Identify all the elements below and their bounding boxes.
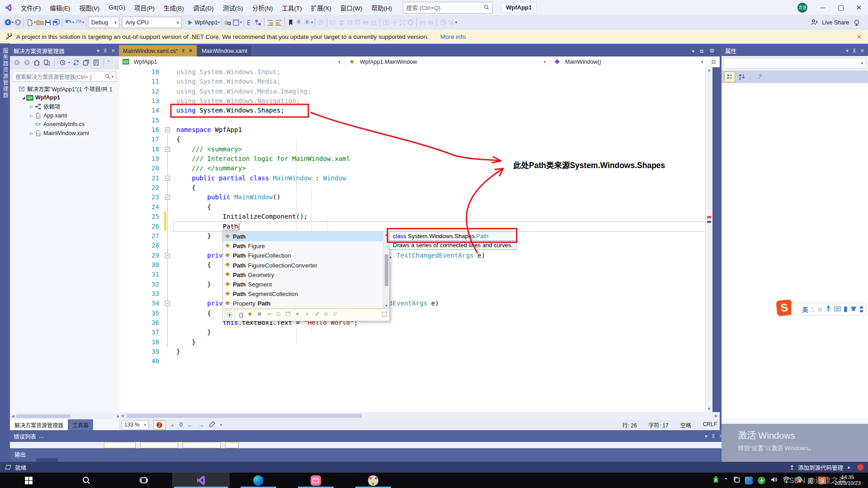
solution-configurations-select[interactable]: Debug▾: [88, 17, 119, 28]
code-line-32[interactable]: 32 }: [119, 280, 712, 289]
ime-mic-icon[interactable]: [826, 305, 831, 313]
code-line-33[interactable]: 33: [119, 289, 712, 299]
navigate-forward-icon[interactable]: [14, 19, 22, 27]
error-list-filter-button[interactable]: [140, 442, 178, 448]
code-line-16[interactable]: 16−namespace WpfApp1: [119, 125, 712, 135]
live-visual-tree-icon[interactable]: [232, 19, 240, 27]
push-up-icon[interactable]: ↥: [790, 464, 794, 471]
start-debug-dropdown[interactable]: ▾: [218, 20, 220, 24]
completion-item[interactable]: PathSegmentCollection: [223, 289, 383, 299]
taskbar-paint-button[interactable]: [344, 473, 402, 488]
code-line-39[interactable]: 39}: [119, 347, 712, 357]
fold-collapse-icon[interactable]: −: [165, 253, 170, 258]
solution-explorer-hscrollbar[interactable]: ◀▶: [10, 413, 122, 419]
close-icon[interactable]: ✕: [111, 48, 115, 54]
completion-item[interactable]: PathFigureCollection: [223, 251, 383, 260]
close-button[interactable]: ✕: [850, 0, 868, 15]
tree-item--[interactable]: ▷依赖项: [10, 102, 119, 111]
filter-events-icon[interactable]: [304, 311, 310, 318]
taskbar-search-button[interactable]: [57, 473, 115, 488]
filter-expander-icon[interactable]: [382, 311, 387, 319]
error-list-filter-button[interactable]: [183, 442, 221, 448]
completion-item[interactable]: PathFigure: [223, 241, 383, 251]
intellisense-popup[interactable]: PathPathFigurePathFigureCollectionPathFi…: [222, 231, 390, 321]
code-line-14[interactable]: 14using System.Windows.Shapes;: [119, 106, 712, 115]
redo-icon[interactable]: [74, 19, 82, 27]
ime-calendar-icon[interactable]: [844, 306, 847, 312]
solution-platforms-select[interactable]: Any CPU▾: [122, 17, 182, 28]
filter-constants-icon[interactable]: [323, 311, 329, 318]
code-line-38[interactable]: 38 }: [119, 338, 712, 347]
pin-icon[interactable]: ⊼: [853, 48, 856, 54]
code-editor[interactable]: 10using System.Windows.Input;11using Sys…: [119, 67, 712, 412]
close-icon[interactable]: ✕: [189, 48, 193, 54]
ime-mode-label[interactable]: 英: [802, 305, 808, 314]
error-list-filter-button[interactable]: [104, 442, 136, 448]
filter-extension-icon[interactable]: [314, 311, 319, 318]
usb-tray-icon[interactable]: [713, 476, 719, 485]
properties-header[interactable]: 属性 ▾ ⊼ ✕: [722, 45, 868, 56]
outdent-icon[interactable]: [274, 19, 283, 27]
menu-item-12[interactable]: 窗口(W): [336, 0, 367, 15]
status-spaces[interactable]: 空格: [680, 421, 691, 429]
attach-process-icon[interactable]: [224, 19, 232, 27]
project-dropdown[interactable]: C# WpfApp1▾: [119, 56, 344, 67]
tab-mainwindow-xaml-cs[interactable]: MainWindow.xaml.cs* ⊼ ✕: [119, 45, 197, 56]
scroll-down-icon[interactable]: ▼: [707, 407, 711, 411]
prev-bookmark-icon[interactable]: [295, 19, 303, 27]
chevron-down-icon[interactable]: ▾: [97, 48, 99, 54]
account-avatar[interactable]: 次语: [797, 3, 807, 13]
code-line-11[interactable]: 11using System.Windows.Media;: [119, 77, 712, 86]
completion-item[interactable]: PathFigureCollectionConverter: [223, 261, 383, 270]
live-share-icon[interactable]: [810, 19, 818, 27]
se-back-icon[interactable]: [13, 58, 21, 66]
menu-item-1[interactable]: 文件(F): [16, 0, 45, 15]
filter-delegates-icon[interactable]: [266, 311, 272, 318]
hierarchy-icon[interactable]: [246, 19, 254, 27]
ime-skin-icon[interactable]: [850, 305, 857, 313]
tree-item--wpfapp1-1-1[interactable]: 解决方案"WpfApp1"(1 个项目/共 1: [10, 84, 119, 94]
minimize-button[interactable]: ─: [814, 0, 832, 15]
menu-item-2[interactable]: 编辑(E): [45, 0, 75, 15]
navigate-back-icon[interactable]: [4, 19, 12, 27]
code-line-15[interactable]: 15: [119, 116, 712, 125]
code-line-34[interactable]: 34− private void button1_Click(object se…: [119, 299, 712, 308]
code-line-36[interactable]: 36 this.textBox1.Text = "Hello World";: [119, 318, 712, 328]
tree-item-assemblyinfo-cs[interactable]: C#AssemblyInfo.cs: [10, 120, 119, 129]
pin-icon[interactable]: ⊼: [712, 433, 715, 439]
indent-icon[interactable]: [266, 19, 274, 27]
fold-collapse-icon[interactable]: −: [165, 127, 170, 132]
collapse-all-icon[interactable]: [82, 58, 90, 66]
close-icon[interactable]: ✕: [860, 48, 864, 54]
add-to-source-control-button[interactable]: 添加到源代码管理: [798, 463, 843, 472]
chevron-down-icon[interactable]: ▾: [846, 48, 849, 54]
tree-expander[interactable]: ▷: [29, 104, 34, 109]
intellisense-scrollbar[interactable]: ▲▼: [383, 232, 389, 309]
start-button[interactable]: [0, 473, 57, 488]
undo-icon[interactable]: [64, 19, 72, 27]
completion-item[interactable]: Path: [223, 232, 383, 241]
options-gear-icon[interactable]: [709, 47, 715, 55]
filter-namespaces-icon[interactable]: [285, 311, 291, 318]
open-folder-icon[interactable]: [36, 19, 44, 27]
pending-changes-filter-icon[interactable]: [58, 58, 66, 66]
quick-search-input[interactable]: 搜索 (Ctrl+Q): [403, 2, 493, 14]
next-bookmark-icon[interactable]: [303, 19, 311, 27]
properties-object-select[interactable]: ▾: [723, 58, 866, 69]
error-list-filter-button[interactable]: [225, 442, 239, 448]
scroll-up-icon[interactable]: ▲: [707, 68, 711, 72]
sogou-logo-icon[interactable]: S: [776, 299, 793, 316]
code-line-13[interactable]: 13using System.Windows.Navigation;: [119, 96, 712, 106]
split-editor-icon[interactable]: ⊟: [712, 58, 716, 65]
new-project-icon[interactable]: [26, 19, 34, 27]
chevron-up-icon[interactable]: ▲: [847, 465, 851, 469]
scroll-up-icon[interactable]: ▲: [385, 233, 388, 237]
pin-icon[interactable]: ⊼: [182, 48, 185, 53]
home-icon[interactable]: [33, 58, 41, 66]
fold-collapse-icon[interactable]: −: [165, 195, 170, 200]
code-line-35[interactable]: 35 {: [119, 309, 712, 318]
completion-item[interactable]: PropertyPath: [223, 299, 383, 308]
maximize-button[interactable]: ▢: [832, 0, 850, 15]
solution-explorer-search-input[interactable]: 搜索解决方案资源管理器(Ctrl+;) ▾: [13, 71, 116, 82]
categorized-icon[interactable]: [724, 71, 735, 82]
